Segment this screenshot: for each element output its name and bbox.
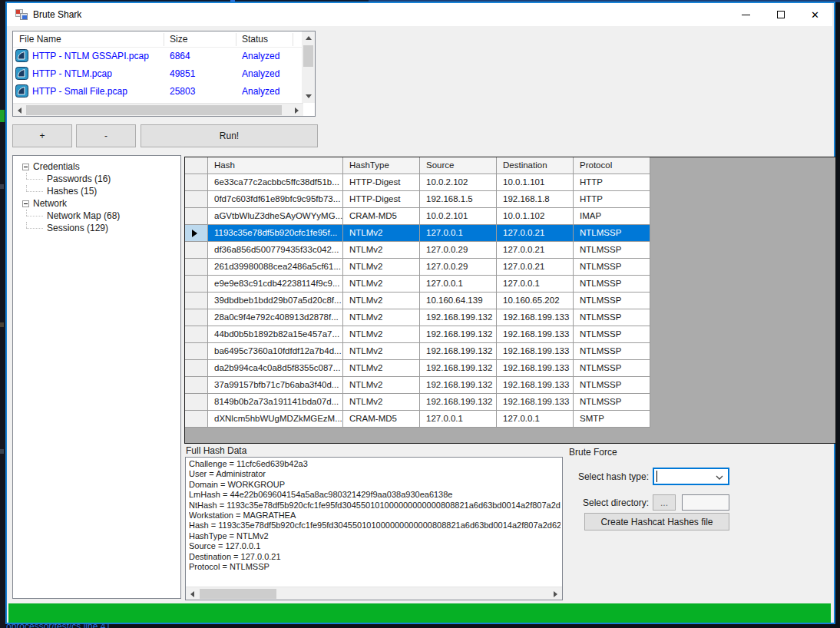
grid-cell-hashtype[interactable]: NTLMv2 <box>343 377 420 394</box>
grid-cell-protocol[interactable]: NTLMSSP <box>574 225 650 242</box>
grid-cell-protocol[interactable]: HTTP <box>574 191 650 208</box>
grid-cell-hashtype[interactable]: NTLMv2 <box>343 225 420 242</box>
grid-cell-destination[interactable]: 192.168.199.133 <box>497 343 574 360</box>
row-selector-cell[interactable] <box>185 208 208 225</box>
run-button[interactable]: Run! <box>141 124 318 147</box>
grid-cell-hash[interactable]: e9e9e83c91cdb42238114f9c9... <box>208 276 343 293</box>
grid-cell-protocol[interactable]: IMAP <box>574 208 650 225</box>
grid-column-header[interactable]: Source <box>420 157 497 174</box>
grid-cell-hashtype[interactable]: NTLMv2 <box>343 309 420 326</box>
column-header-size[interactable]: Size <box>170 34 187 45</box>
grid-cell-destination[interactable]: 10.160.65.202 <box>497 293 574 309</box>
grid-cell-hashtype[interactable]: NTLMv2 <box>343 360 420 377</box>
grid-row[interactable]: 6e33ca77c2acbbc5ffc38df51b... HTTP-Diges… <box>185 174 835 191</box>
tree-node[interactable]: Credentials <box>16 160 177 173</box>
grid-cell-destination[interactable]: 10.0.1.102 <box>497 208 574 225</box>
maximize-button[interactable] <box>763 3 798 26</box>
grid-column-header[interactable]: Destination <box>497 157 574 174</box>
grid-cell-destination[interactable]: 127.0.0.21 <box>497 242 574 259</box>
grid-row[interactable]: 28a0c9f4e792c408913d2878f... NTLMv2 192.… <box>185 309 835 326</box>
grid-cell-protocol[interactable]: NTLMSSP <box>574 360 650 377</box>
add-file-button[interactable]: + <box>12 124 72 147</box>
grid-cell-hash[interactable]: 6e33ca77c2acbbc5ffc38df51b... <box>208 174 343 191</box>
grid-row[interactable]: aGVtbWluZ3dheSAyOWYyMG... CRAM-MD5 10.0.… <box>185 208 835 225</box>
grid-row[interactable]: df36a856d500779435f33c042... NTLMv2 127.… <box>185 242 835 259</box>
grid-cell-protocol[interactable]: HTTP <box>574 174 650 191</box>
grid-cell-protocol[interactable]: NTLMSSP <box>574 343 650 360</box>
scroll-left-icon[interactable] <box>186 587 199 600</box>
grid-row[interactable]: e9e9e83c91cdb42238114f9c9... NTLMv2 127.… <box>185 276 835 293</box>
grid-cell-destination[interactable]: 10.0.1.101 <box>497 174 574 191</box>
minimize-button[interactable] <box>729 3 763 26</box>
grid-cell-hashtype[interactable]: NTLMv2 <box>343 242 420 259</box>
grid-cell-hashtype[interactable]: NTLMv2 <box>343 293 420 309</box>
grid-cell-hash[interactable]: aGVtbWluZ3dheSAyOWYyMG... <box>208 208 343 225</box>
collapse-toggle-icon[interactable] <box>22 164 29 170</box>
grid-cell-protocol[interactable]: NTLMSSP <box>574 293 650 309</box>
grid-cell-hash[interactable]: 28a0c9f4e792c408913d2878f... <box>208 309 343 326</box>
grid-cell-destination[interactable]: 192.168.199.133 <box>497 309 574 326</box>
tree-leaf[interactable]: Passwords (16) <box>16 173 177 185</box>
grid-cell-hashtype[interactable]: NTLMv2 <box>343 276 420 293</box>
grid-cell-hashtype[interactable]: NTLMv2 <box>343 326 420 343</box>
row-selector-cell[interactable] <box>185 276 208 293</box>
row-selector-cell[interactable] <box>185 225 208 242</box>
grid-cell-destination[interactable]: 127.0.0.21 <box>497 225 574 242</box>
grid-cell-protocol[interactable]: NTLMSSP <box>574 326 650 343</box>
grid-column-header[interactable]: Protocol <box>574 157 650 174</box>
grid-cell-source[interactable]: 192.168.199.132 <box>420 343 497 360</box>
scroll-up-icon[interactable] <box>302 31 315 45</box>
grid-cell-source[interactable]: 192.168.199.132 <box>420 377 497 394</box>
grid-cell-source[interactable]: 192.168.1.5 <box>420 191 497 208</box>
grid-cell-destination[interactable]: 192.168.1.8 <box>497 191 574 208</box>
grid-row[interactable]: 1193c35e78df5b920cfc1fe95f... NTLMv2 127… <box>185 225 835 242</box>
file-list-row[interactable]: HTTP - NTLM GSSAPI.pcap 6864 Analyzed <box>13 48 302 65</box>
column-header-file-name[interactable]: File Name <box>19 34 61 45</box>
title-bar[interactable]: Brute Shark ✕ <box>7 3 832 26</box>
grid-cell-source[interactable]: 192.168.199.132 <box>420 309 497 326</box>
grid-cell-source[interactable]: 192.168.199.132 <box>420 394 497 411</box>
scroll-down-icon[interactable] <box>302 90 315 103</box>
row-selector-cell[interactable] <box>185 174 208 191</box>
file-list-horizontal-scrollbar[interactable] <box>13 103 303 116</box>
row-selector-cell[interactable] <box>185 343 208 360</box>
grid-cell-hashtype[interactable]: CRAM-MD5 <box>343 208 420 225</box>
row-selector-cell[interactable] <box>185 394 208 411</box>
grid-cell-destination[interactable]: 127.0.0.21 <box>497 259 574 276</box>
remove-file-button[interactable]: - <box>76 124 136 147</box>
grid-cell-protocol[interactable]: NTLMSSP <box>574 242 650 259</box>
hash-type-select[interactable] <box>653 468 729 485</box>
grid-column-header[interactable]: Hash <box>208 157 343 174</box>
grid-cell-hashtype[interactable]: HTTP-Digest <box>343 174 420 191</box>
browse-directory-button[interactable]: ... <box>653 494 676 511</box>
grid-cell-hash[interactable]: da2b994ca4c0a8d5f8355c087... <box>208 360 343 377</box>
grid-cell-source[interactable]: 192.168.199.132 <box>420 326 497 343</box>
grid-row[interactable]: 39dbdbeb1bdd29b07a5d20c8f... NTLMv2 10.1… <box>185 293 835 309</box>
full-hash-textbox[interactable]: Challenge = 11cfc6ed639b42a3 User = Admi… <box>185 457 563 600</box>
row-selector-cell[interactable] <box>185 191 208 208</box>
grid-row[interactable]: da2b994ca4c0a8d5f8355c087... NTLMv2 192.… <box>185 360 835 377</box>
row-selector-cell[interactable] <box>185 293 208 309</box>
grid-cell-hash[interactable]: 39dbdbeb1bdd29b07a5d20c8f... <box>208 293 343 309</box>
grid-cell-hashtype[interactable]: NTLMv2 <box>343 343 420 360</box>
grid-row[interactable]: ba6495c7360a10fdfdf12a7b4d... NTLMv2 192… <box>185 343 835 360</box>
grid-cell-hash[interactable]: df36a856d500779435f33c042... <box>208 242 343 259</box>
grid-cell-source[interactable]: 192.168.199.132 <box>420 360 497 377</box>
grid-cell-protocol[interactable]: NTLMSSP <box>574 276 650 293</box>
grid-column-header[interactable]: HashType <box>343 157 420 174</box>
grid-cell-hash[interactable]: 37a99157bfb71c7b6aba3f40d... <box>208 377 343 394</box>
tree-node[interactable]: Network <box>16 197 177 210</box>
row-selector-cell[interactable] <box>185 242 208 259</box>
grid-cell-hash[interactable]: 44bd0b5b1892b82a15e457a7... <box>208 326 343 343</box>
grid-cell-hash[interactable]: 261d39980088cea2486a5cf61... <box>208 259 343 276</box>
grid-cell-hash[interactable]: 8149b0b2a73a191141bda07d... <box>208 394 343 411</box>
grid-cell-destination[interactable]: 127.0.0.1 <box>497 411 574 428</box>
grid-cell-destination[interactable]: 192.168.199.133 <box>497 377 574 394</box>
row-selector-cell[interactable] <box>185 259 208 276</box>
collapse-toggle-icon[interactable] <box>22 200 29 207</box>
row-selector-cell[interactable] <box>185 411 208 428</box>
full-hash-horizontal-scrollbar[interactable] <box>186 587 562 600</box>
grid-cell-hash[interactable]: ba6495c7360a10fdfdf12a7b4d... <box>208 343 343 360</box>
grid-cell-hashtype[interactable]: HTTP-Digest <box>343 191 420 208</box>
grid-cell-hash[interactable]: 1193c35e78df5b920cfc1fe95f... <box>208 225 343 242</box>
